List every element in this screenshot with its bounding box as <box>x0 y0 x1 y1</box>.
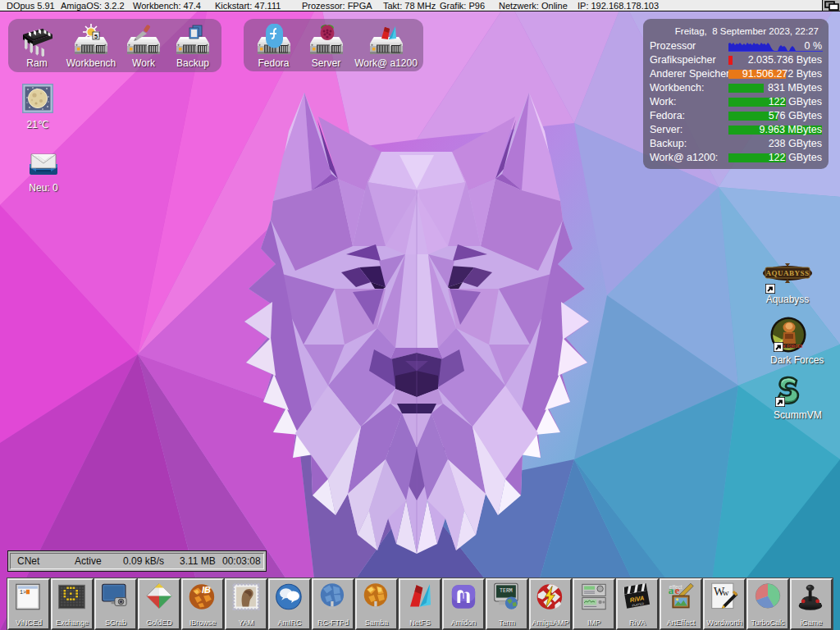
svg-text:effect: effect <box>669 584 682 590</box>
svg-text:TERM: TERM <box>500 588 513 594</box>
svg-text:IB: IB <box>202 585 211 595</box>
svg-text:1>: 1> <box>20 590 26 596</box>
svg-text:w: w <box>723 587 729 597</box>
svg-text:AQUABYSS: AQUABYSS <box>765 269 809 277</box>
svg-text:5: 5 <box>94 33 98 40</box>
